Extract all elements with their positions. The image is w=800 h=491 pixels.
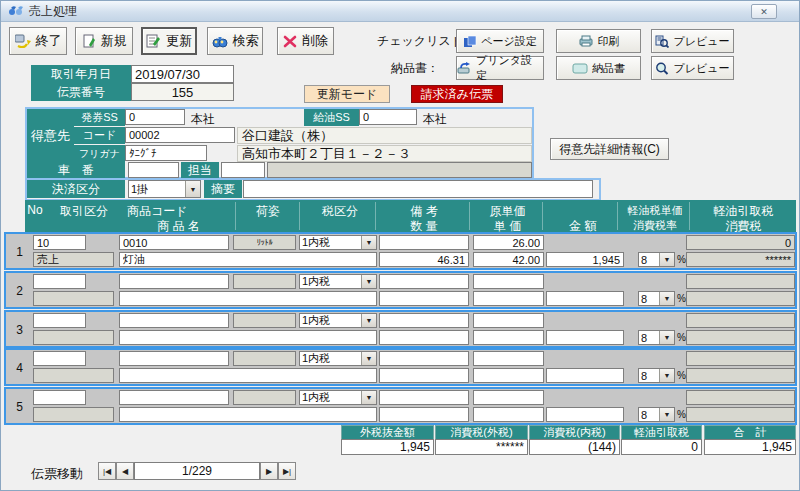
tax-rate-select[interactable]: 8 ▼	[638, 407, 675, 422]
amount-input[interactable]	[546, 330, 624, 345]
printer-setup-button[interactable]: プリンタ設定	[456, 56, 544, 80]
chevron-down-icon[interactable]: ▼	[659, 369, 674, 382]
unit-price-input[interactable]	[473, 291, 544, 306]
chevron-down-icon[interactable]: ▼	[361, 391, 376, 404]
item-code-input[interactable]	[119, 235, 229, 250]
car-number-input[interactable]	[128, 162, 179, 178]
item-code-input[interactable]	[119, 313, 229, 328]
item-name-input[interactable]	[119, 330, 377, 345]
last-slip-button[interactable]: ▶|	[278, 462, 296, 480]
first-slip-button[interactable]: |◀	[98, 462, 116, 480]
chevron-down-icon[interactable]: ▼	[659, 331, 674, 344]
quantity-input[interactable]	[379, 368, 469, 383]
item-name-input[interactable]	[119, 407, 377, 422]
search-button[interactable]: 検索	[207, 27, 263, 55]
tax-rate-select[interactable]: 8 ▼	[638, 330, 675, 345]
delivery-note-button[interactable]: 納品書	[556, 56, 641, 80]
transaction-type-name	[33, 330, 114, 345]
slip-number-label: 伝票番号	[31, 83, 131, 101]
base-price-input[interactable]	[473, 351, 544, 366]
print-button[interactable]: 印刷	[556, 29, 641, 53]
quantity-input[interactable]	[379, 407, 469, 422]
unit-price-input[interactable]	[473, 407, 544, 422]
unit-price-input[interactable]	[473, 330, 544, 345]
transaction-type-input[interactable]	[33, 235, 86, 250]
amount-input[interactable]	[546, 252, 624, 267]
kana-input[interactable]	[125, 145, 207, 161]
amount-input[interactable]	[546, 368, 624, 383]
item-code-input[interactable]	[119, 274, 229, 289]
transaction-type-input[interactable]	[33, 390, 86, 405]
tax-type-select[interactable]: 1内税 ▼	[299, 390, 377, 405]
checklist-preview-button[interactable]: プレビュー	[651, 29, 734, 53]
base-price-input[interactable]	[473, 313, 544, 328]
prev-slip-button[interactable]: ◀	[116, 462, 134, 480]
chevron-down-icon[interactable]: ▼	[659, 408, 674, 421]
chevron-down-icon[interactable]: ▼	[361, 236, 376, 249]
exit-button[interactable]: 終了	[9, 27, 67, 55]
tax-rate-select[interactable]: 8 ▼	[638, 291, 675, 306]
tax-type-select[interactable]: 1内税 ▼	[299, 235, 377, 250]
note-input[interactable]	[379, 313, 469, 328]
base-price-input[interactable]	[473, 235, 544, 250]
note-input[interactable]	[379, 351, 469, 366]
unit-price-input[interactable]	[473, 252, 544, 267]
item-code-input[interactable]	[119, 390, 229, 405]
tax-type-select[interactable]: 1内税 ▼	[299, 274, 377, 289]
item-name-input[interactable]	[119, 368, 377, 383]
date-input[interactable]	[131, 65, 234, 83]
transaction-type-name	[33, 291, 114, 306]
transaction-type-input[interactable]	[33, 351, 86, 366]
base-price-input[interactable]	[473, 274, 544, 289]
fueling-ss-name: 本社	[423, 111, 447, 128]
tax-type-value: 1内税	[300, 314, 361, 327]
item-code-input[interactable]	[119, 351, 229, 366]
payment-type-select[interactable]: 1掛 ▼	[128, 180, 201, 198]
item-name-input[interactable]	[119, 291, 377, 306]
tax-rate-select[interactable]: 8 ▼	[638, 368, 675, 383]
tax-rate-value: 8	[639, 369, 659, 382]
customer-code-input[interactable]	[125, 127, 235, 143]
note-input[interactable]	[379, 274, 469, 289]
customer-detail-label: 得意先詳細情報(C)	[559, 141, 660, 158]
delete-button[interactable]: 削除	[277, 27, 334, 55]
amount-input[interactable]	[546, 407, 624, 422]
new-button[interactable]: 新規	[75, 27, 133, 55]
base-price-input[interactable]	[473, 390, 544, 405]
quantity-input[interactable]	[379, 330, 469, 345]
chevron-down-icon[interactable]: ▼	[361, 275, 376, 288]
chevron-down-icon[interactable]: ▼	[361, 314, 376, 327]
transaction-type-input[interactable]	[33, 313, 86, 328]
preview-lens-icon	[655, 62, 669, 75]
note-input[interactable]	[379, 235, 469, 250]
tax-rate-select[interactable]: 8 ▼	[638, 252, 675, 267]
unit-price-input[interactable]	[473, 368, 544, 383]
close-button[interactable]: ✕	[751, 4, 777, 19]
payment-type-value: 1掛	[129, 181, 185, 197]
update-button[interactable]: 更新	[141, 27, 197, 55]
table-header: No 取引区分 商品コード 商 品 名 荷姿 税区分 備 考 数 量 原単価 単…	[25, 200, 796, 232]
package-field	[233, 351, 296, 366]
fueling-ss-input[interactable]	[359, 109, 417, 125]
page-setup-button[interactable]: ページ設定	[456, 29, 544, 53]
item-name-input[interactable]	[119, 252, 377, 267]
chevron-down-icon[interactable]: ▼	[361, 352, 376, 365]
amount-input[interactable]	[546, 291, 624, 306]
chevron-down-icon[interactable]: ▼	[185, 181, 200, 197]
chevron-down-icon[interactable]: ▼	[659, 292, 674, 305]
preview-magnifier-icon	[655, 35, 669, 48]
quantity-input[interactable]	[379, 252, 469, 267]
tax-type-select[interactable]: 1内税 ▼	[299, 351, 377, 366]
summary-input[interactable]	[243, 180, 593, 198]
transaction-type-input[interactable]	[33, 274, 86, 289]
quantity-input[interactable]	[379, 291, 469, 306]
delivery-preview-button[interactable]: プレビュー	[651, 56, 734, 80]
staff-input[interactable]	[221, 162, 265, 178]
next-slip-button[interactable]: ▶	[260, 462, 278, 480]
chevron-down-icon[interactable]: ▼	[659, 253, 674, 266]
issuing-ss-input[interactable]	[125, 109, 185, 125]
note-input[interactable]	[379, 390, 469, 405]
tax-type-select[interactable]: 1内税 ▼	[299, 313, 377, 328]
staff-label: 担当	[181, 162, 219, 178]
customer-detail-button[interactable]: 得意先詳細情報(C)	[550, 138, 669, 160]
